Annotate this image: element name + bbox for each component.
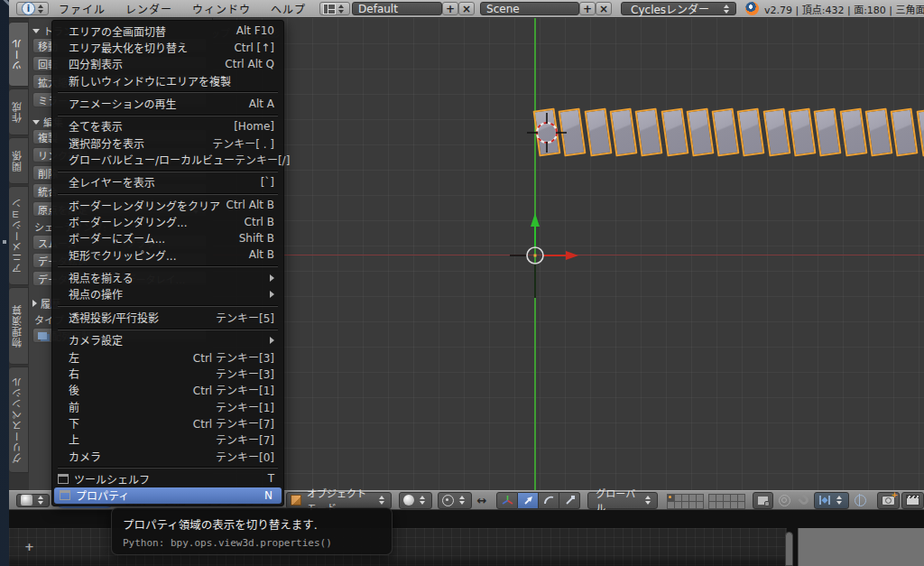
view-menu-item-7[interactable]: 全てを表示[Home]: [52, 118, 283, 135]
scene-object[interactable]: [686, 108, 714, 157]
menu-item-label: ツールシェルフ: [74, 471, 268, 487]
scene-object[interactable]: [737, 108, 765, 157]
pivot-align-toggle[interactable]: [474, 494, 489, 507]
toolshelf-tab-3[interactable]: アニメーション: [9, 186, 29, 285]
view-menu-item-5[interactable]: アニメーションの再生Alt A: [52, 95, 283, 111]
opengl-render-anim-button[interactable]: [901, 492, 924, 509]
screen-layout-icon-button[interactable]: [319, 2, 350, 15]
snap-element-dropdown[interactable]: [814, 492, 849, 509]
view-menu-item-27[interactable]: 前テンキー[1]: [52, 398, 283, 414]
menu-item-label: 全てを表示: [69, 118, 234, 134]
menu-separator: [52, 302, 283, 309]
topbar-menu-0[interactable]: ファイル: [59, 1, 106, 16]
view-menu-item-32[interactable]: ツールシェルフT: [52, 470, 283, 487]
proportional-edit-dropdown[interactable]: [775, 493, 794, 508]
view-menu-item-9[interactable]: グローバルビュー/ローカルビューテンキー[/]: [52, 151, 283, 167]
pivot-point-icon: [442, 495, 454, 506]
view-menu-item-3[interactable]: 新しいウィンドウにエリアを複製: [52, 72, 283, 88]
delete-scene-button[interactable]: [596, 2, 612, 15]
mode-dropdown[interactable]: オブジェクトモード: [286, 492, 392, 509]
viewport-shading-dropdown[interactable]: [399, 492, 432, 509]
scene-object[interactable]: [609, 108, 637, 157]
scale-icon: [564, 495, 576, 506]
view-menu-item-23[interactable]: カメラ設定: [52, 332, 283, 348]
toolshelf-tab-1[interactable]: 作成: [9, 88, 29, 135]
view-menu-item-25[interactable]: 右テンキー[3]: [52, 365, 283, 381]
transform-manipulator[interactable]: [481, 210, 589, 301]
view-menu-item-0[interactable]: エリアの全画面切替Alt F10: [52, 23, 283, 39]
menu-item-shortcut: Alt F10: [236, 24, 274, 37]
view-menu-item-18[interactable]: 視点を揃える: [52, 269, 283, 285]
snap-target-button[interactable]: [851, 493, 870, 508]
toolshelf-tab-2[interactable]: 関係: [9, 137, 29, 184]
topbar-menu-1[interactable]: レンダー: [125, 1, 172, 16]
view-menu-item-30[interactable]: カメラテンキー[0]: [52, 448, 283, 464]
view-menu-item-11[interactable]: 全レイヤーを表示[`]: [52, 174, 283, 190]
render-engine-dropdown[interactable]: Cyclesレンダー: [621, 2, 736, 15]
pivot-point-dropdown[interactable]: [438, 492, 472, 509]
view-menu-item-19[interactable]: 視点の操作: [52, 286, 283, 302]
view-menu-item-28[interactable]: 下Ctrl テンキー[7]: [52, 414, 283, 431]
menu-item-shortcut: N: [264, 489, 273, 502]
view-menu-item-8[interactable]: 選択部分を表示テンキー[ . ]: [52, 135, 283, 151]
menu-item-shortcut: テンキー[ . ]: [212, 135, 274, 151]
toolshelf-tab-0[interactable]: ツール: [9, 22, 29, 87]
menu-item-label: グローバルビュー/ローカルビュー: [69, 152, 235, 167]
menu-item-shortcut: Alt B: [249, 248, 274, 261]
scene-object[interactable]: [839, 108, 867, 157]
topbar-menu-3[interactable]: ヘルプ: [271, 1, 306, 16]
add-layout-button[interactable]: [442, 2, 458, 15]
topbar-menu-2[interactable]: ウィンドウ: [192, 1, 251, 16]
scene-object[interactable]: [891, 108, 919, 157]
timeline-scrollbar[interactable]: [785, 532, 793, 566]
view-menu-item-24[interactable]: 左Ctrl テンキー[3]: [52, 348, 283, 365]
menu-item-label: ボーダーにズーム...: [69, 230, 239, 246]
scene-object[interactable]: [712, 108, 740, 157]
view-menu-item-29[interactable]: 上テンキー[7]: [52, 431, 283, 448]
transform-orientation-dropdown[interactable]: グローバル: [587, 492, 658, 509]
opengl-render-button[interactable]: [877, 492, 900, 509]
rotate-manipulator-button[interactable]: [539, 492, 559, 509]
scene-object[interactable]: [635, 108, 663, 157]
layer-cell[interactable]: [737, 501, 745, 509]
view-menu-item-1[interactable]: エリア最大化を切り替えCtrl [↑]: [52, 39, 283, 55]
scene-object[interactable]: [661, 108, 688, 157]
layer-cell[interactable]: [696, 501, 704, 509]
view-menu-item-21[interactable]: 透視投影/平行投影テンキー[5]: [52, 309, 283, 325]
info-editor-type-button[interactable]: [16, 2, 49, 15]
expand-plus-icon[interactable]: [24, 540, 34, 553]
add-scene-button[interactable]: [579, 2, 596, 15]
snap-toggle-button[interactable]: [796, 493, 812, 508]
menu-item-shortcut: Ctrl [↑]: [234, 42, 274, 54]
updown-arrows-icon: [724, 5, 729, 14]
translate-manipulator-button[interactable]: [518, 492, 539, 509]
scene-object[interactable]: [762, 108, 790, 157]
scale-manipulator-button[interactable]: [559, 492, 580, 509]
toolshelf-tab-4[interactable]: 物理演算: [9, 287, 29, 365]
scene-object[interactable]: [584, 108, 612, 157]
view-menu-item-15[interactable]: ボーダーにズーム...Shift B: [52, 230, 283, 246]
view-menu-item-26[interactable]: 後Ctrl テンキー[1]: [52, 382, 283, 398]
scene-object[interactable]: [789, 108, 817, 157]
view-menu-item-14[interactable]: ボーダーレンダリング...Ctrl B: [52, 213, 283, 229]
view-menu-item-33[interactable]: プロパティN: [54, 487, 282, 504]
menu-item-label: 上: [69, 431, 216, 447]
manipulator-axes-button[interactable]: [496, 492, 518, 509]
scene-object[interactable]: [864, 108, 892, 157]
panel-caret-icon: [32, 300, 37, 307]
lock-to-scene-button[interactable]: [753, 492, 773, 509]
toolshelf-tab-5[interactable]: グリースペンシル: [9, 367, 29, 473]
delete-layout-button[interactable]: [458, 2, 475, 15]
view-menu-item-13[interactable]: ボーダーレンダリングをクリアCtrl Alt B: [52, 197, 283, 213]
screen-layout-name-field[interactable]: Default: [352, 2, 442, 15]
scene-object[interactable]: [814, 108, 842, 157]
tooltip-python: Python: bpy.ops.view3d.properties(): [123, 537, 381, 549]
editor-type-button[interactable]: [16, 494, 50, 507]
menu-item-shortcut: テンキー[/]: [235, 152, 290, 167]
view-menu-item-2[interactable]: 四分割表示Ctrl Alt Q: [52, 56, 283, 72]
scene-statistics: v2.79 | 頂点:432 | 面:180 | 三角面:360 | オブジ: [764, 2, 924, 16]
view-menu-popup: エリアの全画面切替Alt F10エリア最大化を切り替えCtrl [↑]四分割表示…: [51, 20, 284, 506]
menu-item-shortcut: Ctrl テンキー[7]: [193, 415, 274, 431]
view-menu-item-16[interactable]: 矩形でクリッピング...Alt B: [52, 246, 283, 263]
scene-name-field[interactable]: Scene: [480, 2, 579, 15]
